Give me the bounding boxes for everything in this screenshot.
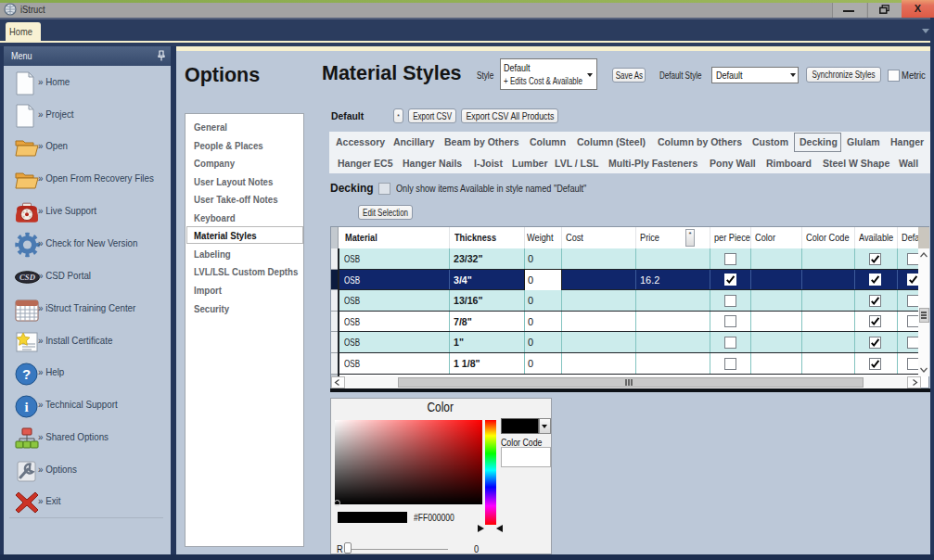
svg-text:?: ? [22, 366, 31, 382]
svg-text:i: i [24, 400, 28, 414]
svg-text:CSD: CSD [19, 273, 36, 282]
